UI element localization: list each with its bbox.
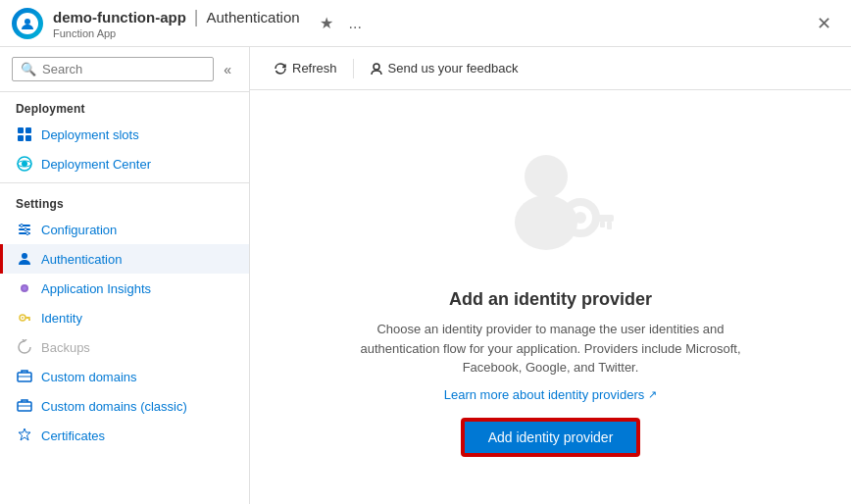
sidebar-item-application-insights[interactable]: Application Insights bbox=[0, 274, 249, 303]
learn-more-label: Learn more about identity providers bbox=[444, 387, 645, 402]
deployment-center-icon bbox=[16, 155, 33, 173]
svg-rect-20 bbox=[28, 319, 30, 321]
configuration-label: Configuration bbox=[41, 223, 117, 237]
backups-label: Backups bbox=[41, 340, 90, 355]
favorite-button[interactable]: ★ bbox=[316, 12, 337, 34]
refresh-label: Refresh bbox=[292, 61, 337, 76]
svg-rect-1 bbox=[18, 127, 24, 133]
application-insights-label: Application Insights bbox=[41, 281, 151, 296]
learn-more-link[interactable]: Learn more about identity providers ↗ bbox=[444, 387, 658, 402]
identity-illustration bbox=[487, 139, 615, 270]
svg-rect-19 bbox=[25, 317, 30, 319]
title-bar: demo-function-app | Authentication Funct… bbox=[0, 0, 851, 47]
more-button[interactable]: ... bbox=[345, 13, 366, 34]
custom-domains-classic-label: Custom domains (classic) bbox=[41, 399, 187, 414]
app-avatar bbox=[12, 8, 43, 39]
authentication-label: Authentication bbox=[41, 252, 122, 267]
nav-group-settings: Settings bbox=[0, 187, 249, 215]
svg-point-25 bbox=[374, 64, 379, 70]
close-button[interactable]: ✕ bbox=[809, 9, 839, 38]
application-insights-icon bbox=[16, 279, 33, 297]
backups-icon bbox=[16, 338, 33, 356]
svg-rect-3 bbox=[18, 135, 24, 141]
certificates-icon bbox=[16, 427, 33, 444]
svg-rect-2 bbox=[25, 127, 31, 133]
divider-settings bbox=[0, 182, 249, 183]
svg-point-11 bbox=[21, 225, 24, 227]
sidebar-item-deployment-slots[interactable]: Deployment slots bbox=[0, 120, 249, 149]
search-bar: 🔍 « bbox=[0, 47, 249, 92]
content-body: Add an identity provider Choose an ident… bbox=[250, 90, 851, 504]
identity-icon bbox=[16, 309, 33, 327]
custom-domains-label: Custom domains bbox=[41, 370, 137, 384]
svg-rect-30 bbox=[592, 215, 614, 222]
custom-domains-icon bbox=[16, 368, 33, 385]
search-input[interactable] bbox=[42, 62, 205, 76]
identity-label: Identity bbox=[41, 311, 82, 326]
certificates-label: Certificates bbox=[41, 428, 105, 443]
feedback-icon bbox=[370, 62, 383, 76]
svg-point-26 bbox=[525, 155, 568, 198]
svg-point-29 bbox=[575, 212, 586, 224]
sidebar-item-backups: Backups bbox=[0, 332, 249, 362]
deployment-slots-icon bbox=[16, 126, 33, 143]
sidebar-item-certificates[interactable]: Certificates bbox=[0, 421, 249, 450]
sidebar-item-identity[interactable]: Identity bbox=[0, 303, 249, 332]
sidebar-item-deployment-center[interactable]: Deployment Center bbox=[0, 149, 249, 178]
title-separator: | bbox=[194, 7, 199, 27]
feedback-label: Send us your feedback bbox=[388, 61, 519, 76]
sidebar-item-custom-domains-classic[interactable]: Custom domains (classic) bbox=[0, 391, 249, 421]
svg-rect-4 bbox=[25, 135, 31, 141]
configuration-icon bbox=[16, 221, 33, 238]
app-subtitle: Function App bbox=[53, 27, 300, 39]
svg-rect-31 bbox=[607, 222, 612, 229]
app-name: demo-function-app bbox=[53, 9, 186, 25]
identity-description: Choose an identity provider to manage th… bbox=[355, 320, 747, 378]
search-icon: 🔍 bbox=[21, 62, 36, 76]
content-area: Refresh Send us your feedback bbox=[250, 47, 851, 504]
add-identity-provider-button[interactable]: Add identity provider bbox=[463, 420, 639, 455]
title-actions: ★ ... bbox=[316, 12, 366, 34]
custom-domains-classic-icon bbox=[16, 397, 33, 415]
refresh-button[interactable]: Refresh bbox=[266, 57, 345, 79]
collapse-sidebar-button[interactable]: « bbox=[218, 58, 237, 81]
svg-point-0 bbox=[25, 19, 30, 25]
deployment-slots-label: Deployment slots bbox=[41, 127, 139, 142]
svg-point-16 bbox=[23, 286, 26, 290]
deployment-center-label: Deployment Center bbox=[41, 157, 151, 172]
learn-more-icon: ↗ bbox=[648, 388, 657, 401]
svg-rect-32 bbox=[600, 222, 605, 227]
sidebar-nav: Deployment Deployment slots Deployment C… bbox=[0, 92, 249, 504]
refresh-icon bbox=[274, 62, 287, 76]
sidebar-item-authentication[interactable]: Authentication bbox=[0, 244, 249, 274]
sidebar-item-configuration[interactable]: Configuration bbox=[0, 215, 249, 244]
svg-point-14 bbox=[22, 253, 27, 259]
nav-group-deployment: Deployment bbox=[0, 92, 249, 120]
toolbar-separator bbox=[353, 59, 354, 78]
svg-point-13 bbox=[26, 232, 29, 235]
authentication-icon bbox=[16, 250, 33, 268]
feedback-button[interactable]: Send us your feedback bbox=[362, 57, 526, 79]
page-title: Authentication bbox=[207, 9, 300, 25]
avatar-inner bbox=[17, 13, 38, 34]
identity-heading: Add an identity provider bbox=[449, 289, 652, 310]
svg-point-18 bbox=[22, 317, 24, 319]
person-key-svg bbox=[487, 139, 615, 267]
svg-point-12 bbox=[25, 228, 27, 231]
search-input-wrap[interactable]: 🔍 bbox=[12, 57, 214, 81]
main-layout: 🔍 « Deployment Deployment slots Deployme… bbox=[0, 47, 851, 504]
sidebar: 🔍 « Deployment Deployment slots Deployme… bbox=[0, 47, 250, 504]
toolbar: Refresh Send us your feedback bbox=[250, 47, 851, 90]
svg-point-6 bbox=[22, 161, 27, 167]
avatar-icon bbox=[21, 17, 34, 30]
search-row: 🔍 « bbox=[12, 57, 237, 81]
sidebar-item-custom-domains[interactable]: Custom domains bbox=[0, 362, 249, 391]
